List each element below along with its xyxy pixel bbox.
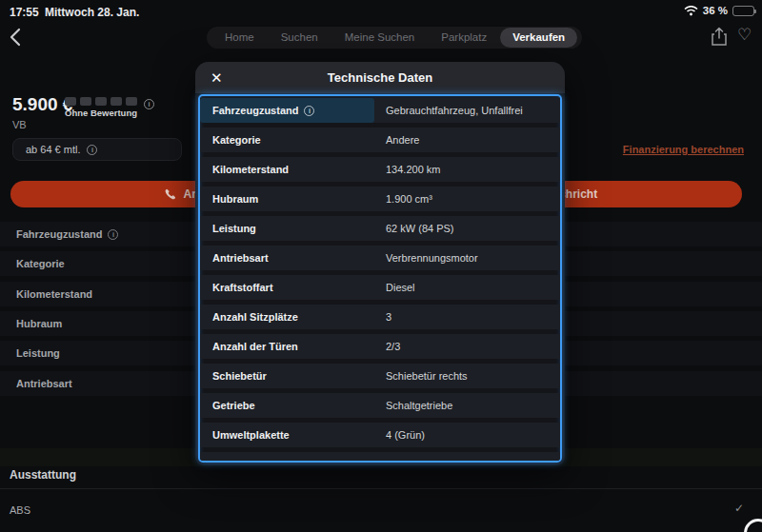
spec-value: 11/2021 [386, 459, 423, 463]
modal-title: Technische Daten [195, 70, 565, 85]
spec-row-umweltplakette[interactable]: Umweltplakette4 (Grün) [200, 423, 560, 447]
spec-value: Schaltgetriebe [386, 400, 452, 411]
floating-button-arc[interactable] [744, 519, 762, 532]
spec-row-anzahl-der-t-ren[interactable]: Anzahl der Türen2/3 [200, 334, 560, 359]
bg-spec-label: Kategorie [16, 258, 65, 269]
spec-row-anzahl-sitzpl-tze[interactable]: Anzahl Sitzplätze3 [200, 305, 560, 329]
phone-icon [165, 188, 176, 200]
close-icon[interactable]: ✕ [211, 62, 223, 93]
rating-stars [65, 97, 137, 106]
bg-spec-label: Kilometerstand [16, 288, 92, 300]
spec-value: 1.900 cm³ [386, 193, 432, 205]
share-icon[interactable] [711, 27, 728, 47]
financing-rate-label: ab 64 € mtl. [26, 144, 80, 155]
spec-table: FahrzeugzustandiGebrauchtfahrzeug, Unfal… [200, 96, 560, 463]
spec-value: Verbrennungsmotor [386, 252, 478, 264]
check-icon: ✓ [734, 502, 744, 515]
spec-row-leistung[interactable]: Leistung62 kW (84 PS) [200, 216, 560, 241]
focus-outline: FahrzeugzustandiGebrauchtfahrzeug, Unfal… [198, 94, 562, 463]
spec-row-kilometerstand[interactable]: Kilometerstand134.200 km [200, 157, 560, 182]
spec-value: Diesel [386, 282, 415, 293]
financing-rate-chip[interactable]: ab 64 € mtl. i [12, 138, 182, 161]
spec-label: Fahrzeugzustand [212, 105, 298, 116]
status-right: 36 % [684, 5, 754, 16]
star-icon [65, 97, 76, 106]
tab-parkplatz[interactable]: Parkplatz [428, 27, 500, 49]
spec-row-schiebet-r[interactable]: SchiebetürSchiebetür rechts [200, 364, 560, 388]
spec-value: 4 (Grün) [386, 429, 425, 441]
status-time: 17:55 [10, 6, 39, 19]
equipment-item-label: ABS [10, 504, 30, 516]
spec-row-kategorie[interactable]: KategorieAndere [200, 128, 560, 152]
bg-spec-label: Antriebsart [16, 378, 72, 389]
spec-label: Kilometerstand [212, 164, 289, 175]
back-button[interactable] [9, 28, 26, 47]
spec-label: Getriebe [212, 400, 255, 411]
battery-icon [732, 6, 754, 16]
app-screen: 17:55 Mittwoch 28. Jan. 36 % HomeSuchenM… [0, 0, 762, 532]
battery-percent-label: 36 % [703, 5, 728, 16]
tab-suchen[interactable]: Suchen [268, 27, 331, 49]
equipment-divider [0, 488, 762, 489]
spec-row-kraftstoffart[interactable]: KraftstoffartDiesel [200, 275, 560, 300]
spec-value: Gebrauchtfahrzeug, Unfallfrei [386, 105, 523, 116]
spec-value: Schiebetür rechts [386, 370, 468, 382]
spec-label: Schiebetür [212, 370, 267, 382]
modal-header: ✕ Technische Daten [195, 62, 565, 93]
spec-label: Kraftstoffart [212, 282, 273, 293]
technical-data-modal: ✕ Technische Daten FahrzeugzustandiGebra… [195, 62, 565, 465]
info-icon[interactable]: i [304, 106, 314, 116]
equipment-header: Ausstattung [10, 468, 76, 482]
star-icon [95, 97, 107, 106]
price-note: VB [12, 119, 27, 130]
main-nav-tabs: HomeSuchenMeine SuchenParkplatzVerkaufen [207, 27, 582, 49]
favorite-heart-icon[interactable]: ♡ [737, 26, 752, 45]
financing-info-icon[interactable]: i [87, 145, 97, 155]
tab-verkaufen[interactable]: Verkaufen [500, 28, 577, 48]
spec-row-fahrzeugzustand[interactable]: FahrzeugzustandiGebrauchtfahrzeug, Unfal… [200, 98, 560, 123]
info-icon[interactable]: i [108, 229, 118, 240]
listing-price: 5.900 € [12, 94, 72, 115]
spec-row-hubraum[interactable]: Hubraum1.900 cm³ [200, 187, 560, 211]
spec-value: Andere [386, 134, 419, 146]
rating-label: Ohne Bewertung [65, 108, 137, 118]
spec-row-getriebe[interactable]: GetriebeSchaltgetriebe [200, 393, 560, 418]
spec-label: Kategorie [212, 134, 261, 146]
spec-value: 62 kW (84 PS) [386, 223, 454, 234]
tab-home[interactable]: Home [211, 27, 268, 49]
tab-meine-suchen[interactable]: Meine Suchen [331, 27, 429, 49]
spec-row-antriebsart[interactable]: AntriebsartVerbrennungsmotor [200, 246, 560, 270]
bg-spec-label: Fahrzeugzustand [16, 228, 102, 240]
spec-value: 134.200 km [386, 164, 440, 175]
wifi-icon [684, 6, 698, 16]
status-date: Mittwoch 28. Jan. [45, 6, 139, 19]
spec-label: Umweltplakette [212, 429, 290, 441]
spec-label: Anzahl Sitzplätze [212, 311, 298, 323]
spec-value: 3 [386, 311, 391, 323]
spec-label: Antriebsart [212, 252, 269, 264]
rating-info-icon[interactable]: i [144, 99, 154, 109]
spec-label: Hubraum [212, 193, 258, 205]
spec-value: 2/3 [386, 341, 400, 352]
bg-spec-label: Hubraum [16, 318, 62, 329]
spec-row-erstzulassung[interactable]: Erstzulassung11/2021 [200, 452, 560, 463]
spec-label: Anzahl der Türen [212, 341, 298, 352]
spec-label: Leistung [212, 223, 256, 234]
star-icon [126, 97, 137, 106]
star-icon [110, 97, 122, 106]
bg-spec-label: Leistung [16, 347, 60, 359]
star-icon [80, 97, 91, 106]
spec-label: Erstzulassung [212, 459, 284, 463]
financing-calculator-link[interactable]: Finanzierung berechnen [623, 144, 744, 155]
